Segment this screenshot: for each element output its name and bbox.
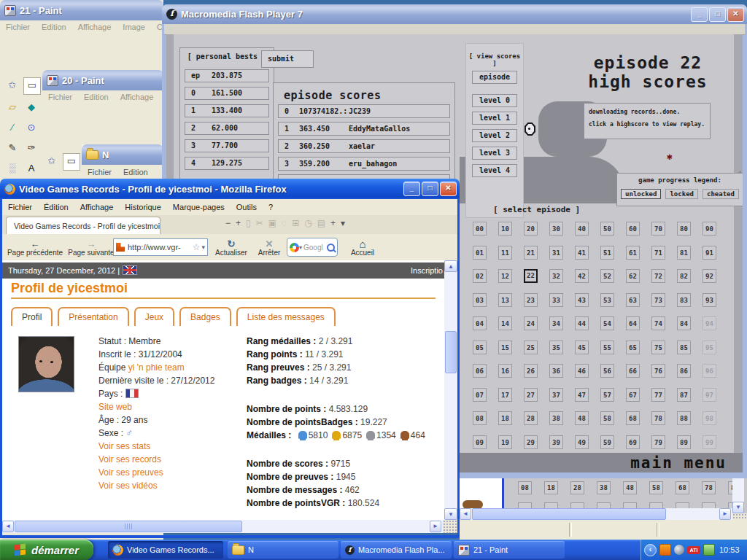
episode-cell-90[interactable]: 90	[703, 222, 716, 236]
episode-cell-69[interactable]: 69	[626, 435, 640, 449]
episode-cell-28[interactable]: 28	[524, 411, 538, 425]
view-scores-button-level-0[interactable]: level 0	[472, 94, 517, 107]
episode-cell-19[interactable]: 19	[498, 435, 512, 449]
episode-cell-39[interactable]: 39	[549, 435, 563, 449]
episode-cell-88[interactable]: 88	[677, 411, 691, 425]
tray-collapse-icon[interactable]: ‹	[644, 544, 657, 556]
scroll-up-button[interactable]: ▲	[444, 260, 457, 272]
add-icon[interactable]: +	[330, 218, 336, 228]
task-button-n[interactable]: N	[228, 541, 338, 559]
episode-cell-89[interactable]: 89	[677, 435, 691, 449]
highscore-row[interactable]: 1363.450EddyMataGallos	[278, 122, 450, 136]
menu-item-affichage[interactable]: Affichage	[80, 203, 114, 211]
brush-tool[interactable]: ✑	[23, 140, 39, 156]
episode-cell-26[interactable]: 26	[524, 364, 538, 378]
profile-tab-liste-des-messages[interactable]: Liste des messages	[236, 307, 336, 326]
profile-tab-jeux[interactable]: Jeux	[134, 307, 174, 326]
flash-titlebar[interactable]: f Macromedia Flash Player 7 _ □ ✕	[162, 4, 747, 24]
episode-cell-56[interactable]: 56	[600, 364, 614, 378]
maximize-button[interactable]: □	[709, 7, 726, 22]
expand-icon[interactable]: +	[236, 218, 241, 228]
episode-cell-66[interactable]: 66	[626, 364, 640, 378]
url-dropdown-icon[interactable]: ▾	[201, 244, 205, 251]
episode-cell-23[interactable]: 23	[524, 293, 538, 307]
episode-cell-38[interactable]: 38	[549, 411, 563, 425]
episode-cell-62[interactable]: 62	[626, 269, 640, 283]
view-scores-button-level-2[interactable]: level 2	[472, 129, 517, 142]
episode-cell-85[interactable]: 85	[677, 341, 691, 354]
episode-cell-52[interactable]: 52	[600, 269, 614, 283]
episode-cell-27[interactable]: 27	[524, 388, 538, 402]
profile-link-voir-ses-records[interactable]: Voir ses records	[98, 454, 161, 464]
hscroll-thumb[interactable]	[472, 508, 666, 520]
episode-cell-08[interactable]: 08	[473, 411, 487, 425]
episode-cell-81[interactable]: 81	[677, 246, 691, 260]
scroll-left-button[interactable]: ◄	[2, 521, 14, 532]
start-button[interactable]: démarrer	[0, 540, 93, 560]
episode-cell-43[interactable]: 43	[575, 293, 589, 307]
episode-cell-87[interactable]: 87	[677, 388, 691, 402]
episode-cell-92[interactable]: 92	[703, 269, 716, 283]
view-scores-button-level-4[interactable]: level 4	[472, 164, 517, 177]
episode-cell-11[interactable]: 11	[498, 246, 512, 260]
eraser-tool[interactable]: ▱	[4, 99, 20, 115]
inscription-link[interactable]: Inscriptio	[411, 262, 443, 279]
pencil-tool[interactable]: ✎	[4, 140, 20, 156]
episode-cell-61[interactable]: 61	[626, 246, 640, 260]
scroll-down-button[interactable]: ▼	[732, 502, 744, 513]
new-window-icon[interactable]: ⊞	[292, 218, 299, 228]
browser-tab[interactable]: Video Games Records - Profil de yicestmo…	[6, 217, 160, 234]
episode-cell-82[interactable]: 82	[677, 269, 691, 283]
profile-link-yi-n-phie-team[interactable]: yi 'n phie team	[128, 362, 185, 373]
episode-cell-59[interactable]: 59	[600, 435, 614, 449]
scroll-down-button[interactable]: ▼	[444, 508, 457, 520]
resize-grip[interactable]	[443, 520, 457, 533]
resize-corner[interactable]	[732, 513, 747, 520]
episode-cell-12[interactable]: 12	[498, 269, 512, 283]
episode-cell-91[interactable]: 91	[703, 246, 716, 260]
episode-cell-97[interactable]: 97	[703, 388, 716, 402]
episode-cell-17[interactable]: 17	[498, 388, 512, 402]
episode-cell-84[interactable]: 84	[677, 316, 691, 330]
back-button[interactable]: ← Page précédente	[4, 235, 66, 260]
episode-cell-77[interactable]: 77	[651, 388, 665, 402]
eyedropper-tool[interactable]: ∕	[4, 120, 20, 136]
view-scores-button-episode[interactable]: episode	[472, 71, 517, 84]
episode-cell-03[interactable]: 03	[473, 293, 487, 307]
fill-tool[interactable]: ◆	[23, 99, 39, 115]
profile-link-site-web[interactable]: Site web	[98, 402, 132, 412]
episode-cell-76[interactable]: 76	[651, 364, 665, 378]
episode-cell-65[interactable]: 65	[626, 341, 640, 354]
search-magnifier-icon[interactable]	[327, 244, 335, 252]
episode-cell-21[interactable]: 21	[524, 246, 538, 260]
episode-cell-95[interactable]: 95	[703, 341, 716, 354]
rect-select-tool[interactable]: ▭	[63, 153, 80, 171]
episode-cell-10[interactable]: 10	[498, 222, 512, 236]
folder-n-titlebar[interactable]: N	[82, 144, 163, 165]
menu-item-dition[interactable]: Édition	[44, 203, 69, 211]
episode-cell-73[interactable]: 73	[651, 293, 665, 307]
episode-cell-72[interactable]: 72	[651, 269, 665, 283]
episode-cell-74[interactable]: 74	[651, 316, 665, 330]
episode-cell-98[interactable]: 98	[703, 411, 716, 425]
tray-app-icon[interactable]	[659, 544, 671, 556]
page-vscrollbar[interactable]: ▲ ▼	[444, 260, 457, 520]
episode-cell-68[interactable]: 68	[626, 411, 640, 425]
episode-cell-53[interactable]: 53	[600, 293, 614, 307]
episode-cell-75[interactable]: 75	[651, 341, 665, 354]
minimize-button[interactable]: _	[691, 7, 708, 22]
episode-cell-40[interactable]: 40	[575, 222, 589, 236]
episode-cell-06[interactable]: 06	[473, 364, 487, 378]
background-hscrollbar[interactable]: ◄ ►	[460, 508, 732, 520]
bookmark-star-icon[interactable]: ☆	[193, 242, 201, 252]
view-scores-button-level-1[interactable]: level 1	[472, 112, 517, 125]
menu-item-[interactable]: ?	[268, 203, 273, 211]
episode-cell-16[interactable]: 16	[498, 364, 512, 378]
episode-cell-78[interactable]: 78	[651, 411, 665, 425]
view-scores-button-level-3[interactable]: level 3	[472, 147, 517, 160]
episode-cell-45[interactable]: 45	[575, 341, 589, 354]
rect-select-tool[interactable]: ▭	[23, 77, 41, 95]
episode-cell-96[interactable]: 96	[703, 364, 716, 378]
menu-item-historique[interactable]: Historique	[125, 203, 161, 211]
paint-21-titlebar[interactable]: 21 - Paint	[0, 0, 163, 20]
